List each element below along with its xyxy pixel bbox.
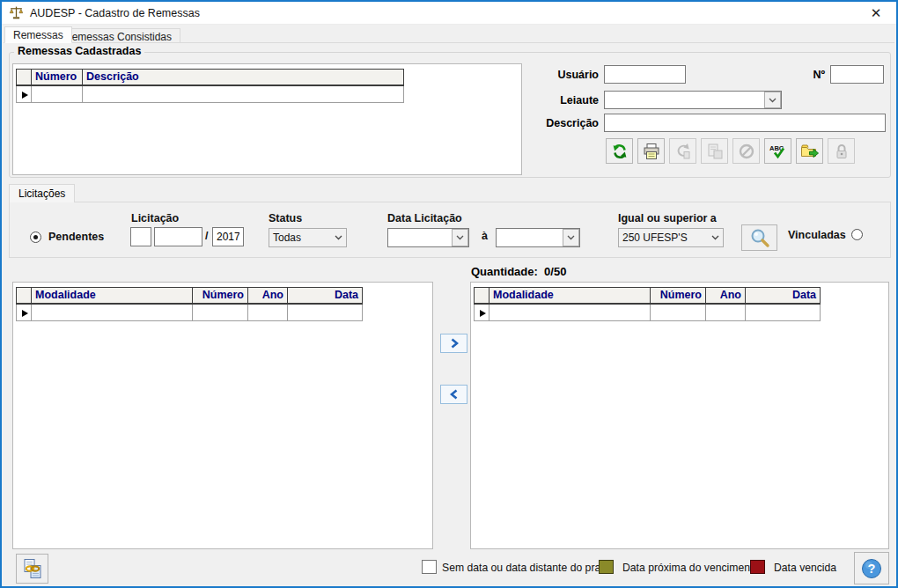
row-pointer-icon [22,310,28,317]
vinculadas-radio[interactable] [851,229,863,240]
save-icon [706,143,724,160]
no-input[interactable] [830,65,884,84]
close-button[interactable]: ✕ [861,5,891,21]
pendentes-grid: Modalidade Número Ano Data [16,287,363,321]
row-selector-header [17,70,32,85]
row-selector-header [475,288,489,304]
vinculadas-grid-panel: Modalidade Número Ano Data [470,282,889,549]
tab-remessas[interactable]: Remessas [4,26,72,43]
vinculadas-label: Vinculadas [788,229,846,241]
row-selector-cell [475,304,489,321]
col-numero[interactable]: Número [651,288,706,304]
move-right-button[interactable] [440,334,467,353]
status-select[interactable]: Todas [269,228,347,247]
cell-numero [32,85,83,103]
chevron-left-icon [450,389,459,400]
row-selector-header [17,288,32,304]
chevron-down-icon [707,235,723,240]
tab-page-border [4,42,894,43]
lock-icon [833,143,850,160]
app-window: AUDESP - Cadastro de Remessas ✕ Remessas… [0,0,898,588]
cancel-icon [738,143,755,160]
spellcheck-icon: ABC [769,143,788,160]
licitacao-label: Licitação [131,212,179,224]
quantidade-caption: Quantidade: [471,265,538,278]
col-data[interactable]: Data [746,288,821,304]
spellcheck-button[interactable]: ABC [764,138,791,164]
col-modalidade[interactable]: Modalidade [32,288,193,304]
grid-row[interactable] [17,85,404,103]
export-button[interactable] [796,138,823,164]
pendentes-grid-panel: Modalidade Número Ano Data [12,282,433,549]
row-selector-cell [17,85,32,103]
move-left-button[interactable] [440,385,467,404]
grid-header-row: Modalidade Número Ano Data [475,288,821,304]
tab-remessas-consistidas[interactable]: Remessas Consistidas [55,28,180,43]
grid-header-row: Modalidade Número Ano Data [17,288,363,304]
search-button[interactable] [741,224,777,251]
no-label: Nº [772,69,825,81]
chevron-down-icon [563,229,579,246]
legend-swatch-red [750,560,765,574]
save-button [701,138,728,164]
chevron-down-icon [330,235,346,240]
leiaute-label: Leiaute [495,94,599,107]
pendentes-radio[interactable] [30,232,41,243]
data-from-select[interactable] [387,228,469,247]
legend-swatch-white [422,560,437,574]
col-ano[interactable]: Ano [706,288,746,304]
remessas-grid: Número Descrição [16,69,404,103]
print-icon [643,143,660,160]
col-descricao[interactable]: Descrição [83,70,404,85]
licitacao-input-1[interactable] [130,227,151,246]
scales-icon [9,5,24,20]
row-selector-cell [17,304,32,321]
svg-text:?: ? [868,562,876,576]
ufesp-select[interactable]: 250 UFESP'S [618,228,724,247]
col-ano[interactable]: Ano [248,288,288,304]
descricao-input[interactable] [604,114,886,132]
titlebar: AUDESP - Cadastro de Remessas ✕ [2,2,896,25]
year-input[interactable] [212,227,244,246]
leiaute-select[interactable] [604,91,782,109]
refresh-icon [611,143,629,160]
descricao-label: Descrição [495,117,599,129]
cell-descricao [83,85,404,103]
usuario-input[interactable] [604,65,686,84]
chevron-right-icon [450,338,459,349]
pendentes-label: Pendentes [48,231,104,243]
grid-row[interactable] [17,304,363,321]
legend-label-vencida: Data vencida [774,562,836,574]
help-button[interactable]: ? [854,552,889,584]
igual-ou-superior-label: Igual ou superior a [618,212,717,224]
link-remessa-button[interactable] [16,554,48,584]
lock-button [828,138,855,164]
link-documents-icon [20,557,45,580]
col-numero[interactable]: Número [32,70,83,85]
cancel-button [732,138,760,164]
col-data[interactable]: Data [288,288,363,304]
col-numero[interactable]: Número [193,288,248,304]
data-licitacao-label: Data Licitação [387,212,462,224]
remessas-grid-panel: Número Descrição [12,63,522,175]
quantidade-value: 0/50 [544,265,566,278]
question-mark-icon: ? [860,557,883,580]
data-to-select[interactable] [496,228,580,247]
refresh-button[interactable] [606,138,633,164]
groupbox-title: Remessas Cadastradas [14,45,144,57]
status-label: Status [269,212,302,224]
chevron-down-icon [452,229,468,246]
usuario-label: Usuário [495,69,599,81]
vinculadas-grid: Modalidade Número Ano Data [474,287,821,321]
print-button[interactable] [637,138,665,164]
col-modalidade[interactable]: Modalidade [489,288,651,304]
row-pointer-icon [480,310,486,317]
grid-row[interactable] [475,304,821,321]
status-value: Todas [269,232,330,244]
row-pointer-icon [22,92,28,99]
grid-header-row: Número Descrição [17,70,404,85]
quantidade-label: Quantidade: 0/50 [471,265,566,278]
tab-licitacoes[interactable]: Licitações [9,184,75,202]
remessas-toolbar: ABC [606,138,855,164]
licitacao-input-2[interactable] [154,227,202,246]
